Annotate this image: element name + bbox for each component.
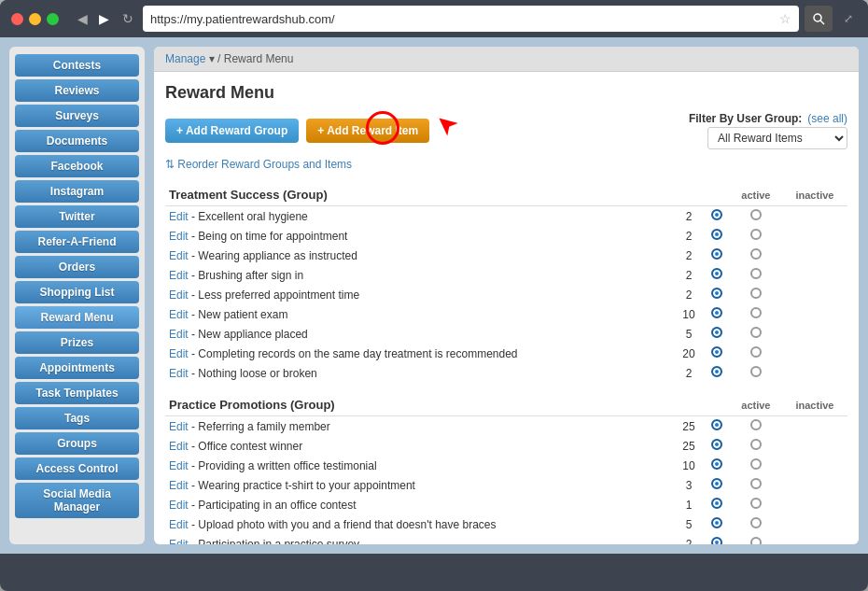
- table-row: Edit - Upload photo with you and a frien…: [165, 514, 847, 534]
- forward-button[interactable]: ▶: [95, 9, 113, 28]
- sidebar-item-social-media-manager[interactable]: Social Media Manager: [15, 483, 139, 518]
- inactive-radio[interactable]: [730, 436, 782, 456]
- inactive-radio[interactable]: [730, 475, 782, 495]
- inactive-radio[interactable]: [730, 495, 782, 514]
- item-text: - New patient exam: [191, 308, 287, 321]
- refresh-button[interactable]: ↻: [119, 9, 137, 28]
- inactive-radio[interactable]: [730, 514, 782, 534]
- item-text: - New appliance placed: [191, 328, 308, 341]
- sidebar-item-twitter[interactable]: Twitter: [15, 205, 139, 228]
- sidebar-item-reward-menu[interactable]: Reward Menu: [15, 306, 139, 329]
- active-radio[interactable]: [703, 324, 730, 344]
- active-radio[interactable]: [703, 304, 730, 324]
- inactive-radio[interactable]: [730, 206, 782, 227]
- points-value: 2: [675, 226, 704, 246]
- edit-link[interactable]: Edit: [169, 308, 189, 321]
- active-radio[interactable]: [703, 246, 730, 265]
- maximize-button[interactable]: [47, 13, 59, 25]
- active-radio[interactable]: [703, 285, 730, 304]
- active-radio[interactable]: [703, 265, 730, 285]
- active-radio[interactable]: [703, 514, 730, 534]
- edit-link[interactable]: Edit: [169, 420, 189, 433]
- filter-label-row: Filter By User Group: (see all): [689, 112, 847, 125]
- edit-link[interactable]: Edit: [169, 499, 189, 512]
- sidebar-item-surveys[interactable]: Surveys: [15, 105, 139, 127]
- svg-point-0: [814, 14, 821, 21]
- reorder-link[interactable]: ⇅ Reorder Reward Groups and Items: [165, 158, 352, 171]
- inactive-radio[interactable]: [730, 226, 782, 246]
- active-radio[interactable]: [703, 495, 730, 514]
- inactive-radio[interactable]: [730, 324, 782, 344]
- edit-link[interactable]: Edit: [169, 328, 189, 341]
- content-area: ContestsReviewsSurveysDocumentsFacebookI…: [0, 37, 868, 554]
- back-button[interactable]: ◀: [74, 9, 91, 28]
- edit-link[interactable]: Edit: [169, 249, 189, 262]
- active-radio[interactable]: [703, 206, 730, 227]
- inactive-radio[interactable]: [730, 344, 782, 363]
- active-radio[interactable]: [703, 436, 730, 456]
- active-radio[interactable]: [703, 416, 730, 437]
- sidebar-item-contests[interactable]: Contests: [15, 54, 139, 77]
- sidebar-item-access-control[interactable]: Access Control: [15, 457, 139, 480]
- table-row: Edit - Excellent oral hygiene 2: [165, 206, 847, 227]
- sidebar-item-reviews[interactable]: Reviews: [15, 79, 139, 102]
- breadcrumb: Manage ▾ / Reward Menu: [154, 47, 859, 72]
- traffic-lights: [11, 13, 59, 25]
- radio-active-indicator: [711, 478, 722, 489]
- table-row: Edit - Being on time for appointment 2: [165, 226, 847, 246]
- sidebar-item-groups[interactable]: Groups: [15, 432, 139, 455]
- search-button[interactable]: [805, 6, 833, 32]
- sidebar-item-prizes[interactable]: Prizes: [15, 331, 139, 354]
- active-radio[interactable]: [703, 475, 730, 495]
- edit-link[interactable]: Edit: [169, 288, 189, 302]
- breadcrumb-current: Reward Menu: [224, 52, 294, 65]
- edit-link[interactable]: Edit: [169, 367, 189, 380]
- active-radio[interactable]: [703, 344, 730, 363]
- bookmark-icon[interactable]: ☆: [779, 11, 791, 26]
- active-radio[interactable]: [703, 456, 730, 475]
- inactive-radio[interactable]: [730, 285, 782, 304]
- edit-link[interactable]: Edit: [169, 479, 189, 492]
- sidebar-item-orders[interactable]: Orders: [15, 256, 139, 278]
- expand-icon[interactable]: ⤢: [840, 8, 857, 29]
- inactive-radio[interactable]: [730, 246, 782, 265]
- inactive-radio[interactable]: [730, 534, 782, 544]
- minimize-button[interactable]: [29, 13, 41, 25]
- edit-link[interactable]: Edit: [169, 269, 189, 282]
- radio-active-indicator: [711, 439, 722, 450]
- see-all-link[interactable]: (see all): [807, 112, 847, 125]
- sidebar-item-task-templates[interactable]: Task Templates: [15, 382, 139, 404]
- points-value: 2: [675, 265, 704, 285]
- radio-inactive-indicator: [750, 419, 762, 430]
- sidebar-item-shopping-list[interactable]: Shopping List: [15, 281, 139, 303]
- edit-link[interactable]: Edit: [169, 230, 189, 243]
- radio-inactive-indicator: [750, 517, 762, 528]
- edit-link[interactable]: Edit: [169, 518, 189, 531]
- inactive-radio[interactable]: [730, 456, 782, 475]
- add-reward-item-button[interactable]: + Add Reward Item: [306, 119, 429, 143]
- edit-link[interactable]: Edit: [169, 210, 189, 223]
- active-radio[interactable]: [703, 534, 730, 544]
- edit-link[interactable]: Edit: [169, 347, 189, 360]
- inactive-radio[interactable]: [730, 363, 782, 383]
- active-radio[interactable]: [703, 363, 730, 383]
- sidebar-item-instagram[interactable]: Instagram: [15, 180, 139, 203]
- sidebar-item-documents[interactable]: Documents: [15, 130, 139, 152]
- add-reward-group-button[interactable]: + Add Reward Group: [165, 119, 299, 143]
- inactive-radio[interactable]: [730, 304, 782, 324]
- close-button[interactable]: [11, 13, 23, 25]
- inactive-radio[interactable]: [730, 265, 782, 285]
- edit-link[interactable]: Edit: [169, 538, 189, 545]
- filter-select[interactable]: All Reward Items: [707, 127, 847, 149]
- inactive-radio[interactable]: [730, 416, 782, 437]
- edit-link[interactable]: Edit: [169, 459, 189, 472]
- breadcrumb-manage[interactable]: Manage: [165, 52, 205, 65]
- active-radio[interactable]: [703, 226, 730, 246]
- sidebar-item-appointments[interactable]: Appointments: [15, 357, 139, 379]
- radio-inactive-indicator: [750, 327, 762, 338]
- sidebar-item-refer-a-friend[interactable]: Refer-A-Friend: [15, 231, 139, 253]
- sidebar-item-tags[interactable]: Tags: [15, 407, 139, 429]
- address-bar[interactable]: https://my.patientrewardshub.com/ ☆: [143, 6, 799, 32]
- sidebar-item-facebook[interactable]: Facebook: [15, 155, 139, 177]
- edit-link[interactable]: Edit: [169, 440, 189, 453]
